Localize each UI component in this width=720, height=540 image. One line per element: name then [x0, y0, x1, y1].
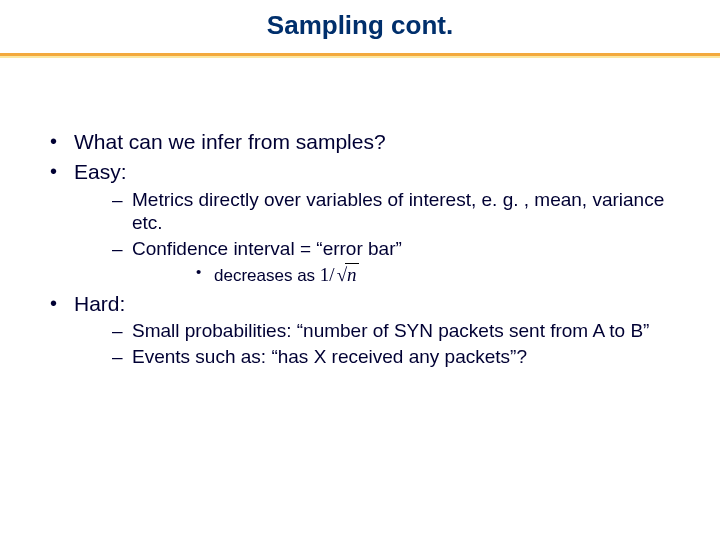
rule-yellow: [0, 56, 720, 58]
content-area: What can we infer from samples? Easy: Me…: [0, 59, 720, 368]
bullet-1-text: What can we infer from samples?: [74, 130, 386, 153]
bullet-2-sublist: Metrics directly over variables of inter…: [74, 188, 680, 287]
bullet-2-2-1-text: decreases as: [214, 266, 320, 285]
bullet-3-text: Hard:: [74, 292, 125, 315]
slide-title: Sampling cont.: [0, 0, 720, 51]
bullet-3-1-text: Small probabilities: “number of SYN pack…: [132, 320, 649, 341]
formula-radicand: n: [345, 263, 359, 285]
bullet-3-2: Events such as: “has X received any pack…: [74, 345, 680, 369]
sqrt-icon: n: [335, 263, 359, 287]
bullet-2-1-text: Metrics directly over variables of inter…: [132, 189, 664, 234]
bullet-2-1: Metrics directly over variables of inter…: [74, 188, 680, 236]
bullet-2-2: Confidence interval = “error bar” decrea…: [74, 237, 680, 287]
bullet-2-text: Easy:: [74, 160, 127, 183]
bullet-2-2-sublist: decreases as 1/n: [132, 263, 680, 287]
formula-numerator: 1: [320, 264, 330, 285]
bullet-list: What can we infer from samples? Easy: Me…: [40, 129, 680, 368]
title-rule: [0, 53, 720, 59]
bullet-2-2-text: Confidence interval = “error bar”: [132, 238, 402, 259]
bullet-3-1: Small probabilities: “number of SYN pack…: [74, 319, 680, 343]
bullet-2: Easy: Metrics directly over variables of…: [40, 159, 680, 286]
slide: Sampling cont. What can we infer from sa…: [0, 0, 720, 540]
bullet-3-sublist: Small probabilities: “number of SYN pack…: [74, 319, 680, 369]
bullet-3: Hard: Small probabilities: “number of SY…: [40, 291, 680, 369]
bullet-1: What can we infer from samples?: [40, 129, 680, 155]
formula-one-over-sqrt-n: 1/n: [320, 264, 359, 285]
bullet-2-2-1: decreases as 1/n: [132, 263, 680, 287]
bullet-3-2-text: Events such as: “has X received any pack…: [132, 346, 527, 367]
